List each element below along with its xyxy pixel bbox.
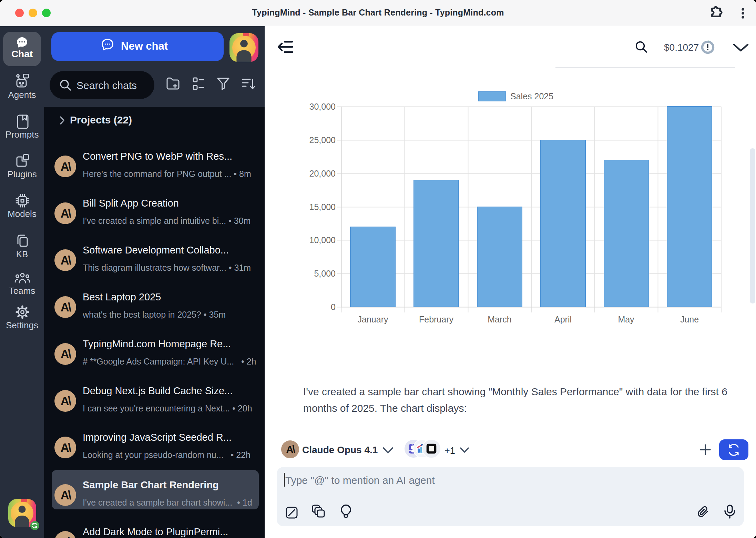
svg-text:June: June xyxy=(680,315,699,324)
svg-text:March: March xyxy=(488,315,511,324)
svg-text:20,000: 20,000 xyxy=(309,169,336,178)
svg-text:25,000: 25,000 xyxy=(309,135,336,145)
svg-text:0: 0 xyxy=(331,302,336,312)
svg-text:April: April xyxy=(554,315,572,324)
svg-text:5,000: 5,000 xyxy=(314,269,336,278)
svg-text:10,000: 10,000 xyxy=(309,235,336,245)
svg-text:May: May xyxy=(618,315,634,324)
svg-text:January: January xyxy=(358,315,388,324)
svg-text:30,000: 30,000 xyxy=(309,102,336,111)
svg-text:February: February xyxy=(419,315,454,324)
svg-text:15,000: 15,000 xyxy=(309,202,336,212)
svg-text:Sales 2025: Sales 2025 xyxy=(510,91,553,101)
